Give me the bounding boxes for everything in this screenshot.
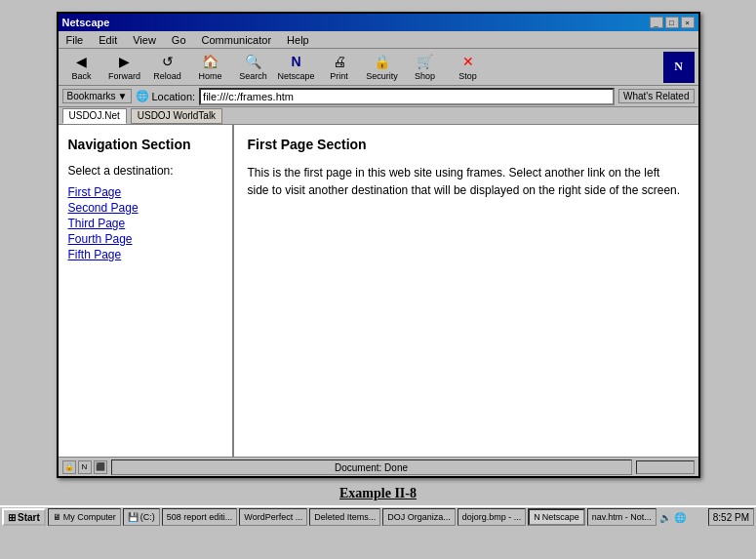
status-icon-1: 🔒 (62, 460, 76, 474)
taskbar-item-dojbmp[interactable]: dojorg.bmp - ... (458, 508, 527, 526)
bookmarks-button[interactable]: Bookmarks ▼ (62, 89, 133, 103)
home-label: Home (198, 71, 221, 81)
nav-link-fourth[interactable]: Fourth Page (68, 232, 222, 246)
page-wrapper: Netscape _ □ × File Edit View Go Communi… (0, 0, 756, 527)
forward-button[interactable]: ▶ Forward (105, 51, 144, 84)
tabs-bar: USDOJ.Net USDOJ WorldTalk (59, 107, 698, 125)
netscape-label: Netscape (277, 71, 314, 81)
outer-area: Netscape _ □ × File Edit View Go Communi… (0, 0, 756, 505)
taskbar-item-netscape[interactable]: N Netscape (528, 508, 585, 526)
taskbar: ⊞ Start 🖥 My Computer 💾 (C:) 508 report … (0, 505, 756, 527)
nav-link-first[interactable]: First Page (68, 185, 222, 199)
tab-usdoj-net[interactable]: USDOJ.Net (62, 108, 127, 124)
taskbar-system-icons: 🔊 🌐 (658, 510, 687, 524)
tab-usdoj-worldtalk[interactable]: USDOJ WorldTalk (131, 108, 222, 124)
reload-icon: ↺ (158, 53, 178, 70)
security-icon: 🔒 (373, 53, 392, 70)
menu-bar: File Edit View Go Communicator Help (59, 31, 698, 49)
stop-button[interactable]: ✕ Stop (449, 51, 488, 84)
status-icon-2: N (78, 460, 92, 474)
nav-subtitle: Select a destination: (68, 164, 222, 178)
location-input[interactable] (199, 88, 615, 105)
netscape-taskbar-icon: N (534, 512, 540, 522)
taskbar-icon-sound: 🔊 (658, 510, 672, 524)
menu-view[interactable]: View (129, 34, 160, 46)
taskbar-icon-network: 🌐 (673, 510, 687, 524)
title-bar-buttons: _ □ × (650, 17, 695, 28)
menu-go[interactable]: Go (168, 34, 190, 46)
taskbar-clock: 8:52 PM (708, 508, 754, 526)
reload-button[interactable]: ↺ Reload (148, 51, 187, 84)
window-title: Netscape (62, 17, 110, 28)
back-button[interactable]: ◀ Back (62, 51, 101, 84)
netscape-logo: N (663, 52, 695, 83)
status-progress (636, 460, 695, 474)
menu-file[interactable]: File (62, 34, 88, 46)
search-button[interactable]: 🔍 Search (234, 51, 273, 84)
forward-icon: ▶ (115, 53, 135, 70)
print-icon: 🖨 (330, 53, 349, 70)
location-globe-icon: 🌐 (136, 90, 149, 102)
minimize-button[interactable]: _ (650, 17, 663, 28)
start-label: Start (18, 512, 40, 523)
nav-frame: Navigation Section Select a destination:… (59, 125, 234, 457)
location-label: 🌐 Location: (136, 90, 195, 102)
print-label: Print (330, 71, 348, 81)
back-icon: ◀ (72, 53, 92, 70)
nav-frame-title: Navigation Section (68, 137, 222, 152)
shop-button[interactable]: 🛒 Shop (406, 51, 445, 84)
reload-label: Reload (153, 71, 181, 81)
stop-label: Stop (458, 71, 477, 81)
taskbar-item-deleted[interactable]: Deleted Items... (309, 508, 380, 526)
security-button[interactable]: 🔒 Security (363, 51, 402, 84)
title-bar: Netscape _ □ × (59, 14, 698, 31)
menu-edit[interactable]: Edit (95, 34, 121, 46)
nav-link-third[interactable]: Third Page (68, 217, 222, 230)
home-button[interactable]: 🏠 Home (191, 51, 230, 84)
close-button[interactable]: × (681, 17, 695, 28)
stop-icon: ✕ (458, 53, 478, 70)
forward-label: Forward (108, 71, 140, 81)
maximize-button[interactable]: □ (665, 17, 679, 28)
browser-window: Netscape _ □ × File Edit View Go Communi… (57, 12, 700, 478)
taskbar-item-mycomputer[interactable]: 🖥 My Computer (48, 508, 121, 526)
print-button[interactable]: 🖨 Print (320, 51, 359, 84)
bookmarks-label: Bookmarks (67, 91, 116, 101)
shop-icon: 🛒 (416, 53, 435, 70)
start-button[interactable]: ⊞ Start (2, 508, 46, 526)
netscape-logo-n: N (674, 60, 683, 74)
caption: Example II-8 (339, 486, 417, 501)
taskbar-item-doj-org[interactable]: DOJ Organiza... (382, 508, 456, 526)
back-label: Back (71, 71, 91, 81)
taskbar-item-c-drive[interactable]: 💾 (C:) (123, 508, 160, 526)
status-icons: 🔒 N ⬛ (62, 460, 107, 474)
shop-label: Shop (415, 71, 435, 81)
search-icon: 🔍 (244, 53, 263, 70)
whats-related-label: What's Related (623, 91, 690, 101)
nav-link-second[interactable]: Second Page (68, 201, 222, 215)
whats-related-button[interactable]: What's Related (618, 89, 695, 103)
frame-content: Navigation Section Select a destination:… (59, 125, 698, 457)
bookmarks-chevron-icon: ▼ (118, 91, 128, 101)
menu-communicator[interactable]: Communicator (198, 34, 276, 46)
mycomputer-icon: 🖥 (53, 512, 61, 522)
main-frame-content: This is the first page in this web site … (248, 164, 685, 199)
menu-help[interactable]: Help (283, 34, 313, 46)
search-label: Search (239, 71, 267, 81)
home-icon: 🏠 (201, 53, 220, 70)
toolbar: ◀ Back ▶ Forward ↺ Reload 🏠 Home 🔍 S (59, 49, 698, 86)
location-label-text: Location: (151, 91, 195, 102)
netscape-icon: N (287, 53, 306, 70)
drive-icon: 💾 (128, 512, 139, 522)
taskbar-item-wordperfect[interactable]: WordPerfect ... (239, 508, 307, 526)
status-text: Document: Done (111, 459, 632, 475)
netscape-button[interactable]: N Netscape (277, 51, 316, 84)
nav-link-fifth[interactable]: Fifth Page (68, 248, 222, 261)
security-label: Security (366, 71, 398, 81)
main-frame-title: First Page Section (248, 137, 685, 152)
status-icon-3: ⬛ (94, 460, 107, 474)
main-frame: First Page Section This is the first pag… (234, 125, 698, 457)
taskbar-item-navhtm[interactable]: nav.htm - Not... (587, 508, 657, 526)
start-windows-icon: ⊞ (8, 512, 16, 523)
taskbar-item-508[interactable]: 508 report editi... (162, 508, 238, 526)
